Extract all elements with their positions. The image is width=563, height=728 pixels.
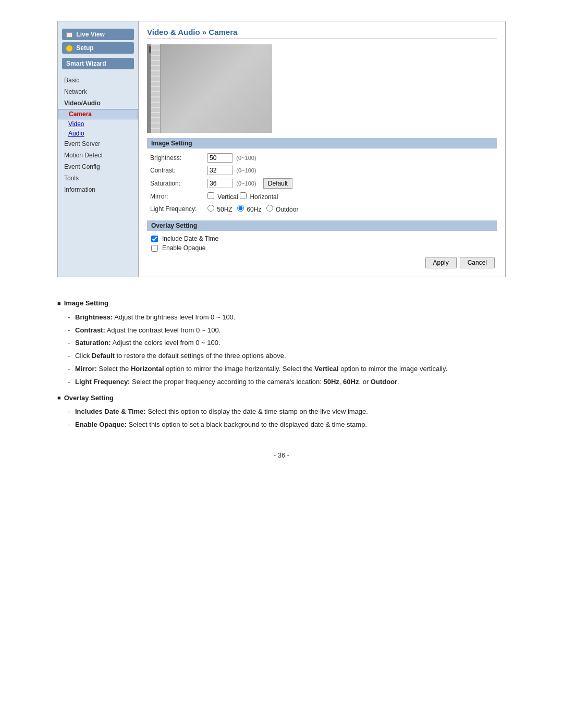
freq-label: Light Frequency: xyxy=(147,203,204,215)
camera-background xyxy=(161,44,272,133)
sidebar-item-video[interactable]: Video xyxy=(58,119,138,129)
sidebar-item-motiondetect[interactable]: Motion Detect xyxy=(58,150,138,161)
overlay-setting-header: Overlay Setting xyxy=(147,220,497,231)
doc-image-list: Brightness: Adjust the brightness level … xyxy=(57,312,506,388)
documentation-section: Image Setting Brightness: Adjust the bri… xyxy=(57,293,506,441)
doc-saturation: Saturation: Adjust the colors level from… xyxy=(68,338,506,349)
liveview-icon xyxy=(66,32,72,38)
sidebar-item-videoaudio[interactable]: Video/Audio xyxy=(58,97,138,109)
mirror-vertical-checkbox[interactable] xyxy=(207,192,214,199)
cancel-button[interactable]: Cancel xyxy=(460,257,495,268)
doc-image-setting-title: Image Setting xyxy=(57,298,506,309)
overlay-opaque-checkbox[interactable] xyxy=(151,245,158,252)
saturation-label: Saturation: xyxy=(147,177,204,190)
doc-overlay-setting-title: Overlay Setting xyxy=(57,393,506,404)
main-content: Video & Audio » Camera 2008/01/30 22:41:… xyxy=(139,21,505,277)
doc-includes-date-term: Includes Date & Time: xyxy=(75,408,146,415)
doc-freq-term: Light Frequency: xyxy=(75,378,130,386)
mirror-horizontal-label: Horizontal xyxy=(250,193,278,201)
default-button[interactable]: Default xyxy=(263,178,292,189)
overlay-datetime-label: Include Date & Time xyxy=(162,235,218,242)
doc-contrast-term: Contrast: xyxy=(75,326,105,334)
doc-contrast: Contrast: Adjust the contrast level from… xyxy=(68,325,506,336)
frequency-row: Light Frequency: 50HZ 60Hz Outdoor xyxy=(147,203,497,215)
contrast-range: (0~100) xyxy=(236,167,256,174)
sidebar-item-eventserver[interactable]: Event Server xyxy=(58,138,138,150)
freq-50hz-radio[interactable] xyxy=(207,205,214,212)
mirror-vertical-label: Vertical xyxy=(217,193,238,201)
image-setting-header: Image Setting xyxy=(147,138,497,149)
doc-brightness-term: Brightness: xyxy=(75,313,113,321)
doc-mirror-term: Mirror: xyxy=(75,365,97,373)
brightness-input[interactable] xyxy=(207,153,232,163)
action-row: Apply Cancel xyxy=(147,253,497,270)
sidebar-item-basic[interactable]: Basic xyxy=(58,75,138,86)
doc-default: Click Default to restore the default set… xyxy=(68,351,506,362)
doc-includes-date: Includes Date & Time: Select this option… xyxy=(68,406,506,417)
doc-saturation-term: Saturation: xyxy=(75,339,111,347)
contrast-input[interactable] xyxy=(207,166,232,175)
sidebar-item-audio[interactable]: Audio xyxy=(58,129,138,138)
sidebar-item-network[interactable]: Network xyxy=(58,86,138,97)
doc-enable-opaque-desc: Select this option to set a black backgr… xyxy=(129,421,367,428)
sidebar: Live View Setup Smart Wizard Basic Netwo… xyxy=(58,21,139,277)
sidebar-item-camera[interactable]: Camera xyxy=(58,109,138,119)
contrast-row: Contrast: (0~100) xyxy=(147,164,497,177)
setup-button[interactable]: Setup xyxy=(62,42,134,54)
sidebar-item-eventconfig[interactable]: Event Config xyxy=(58,161,138,172)
brightness-row: Brightness: (0~100) xyxy=(147,152,497,164)
doc-enable-opaque: Enable Opaque: Select this option to set… xyxy=(68,419,506,430)
ui-panel: Live View Setup Smart Wizard Basic Netwo… xyxy=(57,21,506,277)
doc-mirror: Mirror: Select the Horizontal option to … xyxy=(68,364,506,375)
freq-outdoor-label: Outdoor xyxy=(276,206,298,213)
overlay-datetime-row: Include Date & Time xyxy=(147,234,497,243)
setup-icon xyxy=(66,45,72,52)
saturation-range: (0~100) xyxy=(236,180,256,187)
liveview-button[interactable]: Live View xyxy=(62,29,134,40)
doc-brightness: Brightness: Adjust the brightness level … xyxy=(68,312,506,323)
sidebar-item-information[interactable]: Information xyxy=(58,184,138,195)
mirror-label: Mirror: xyxy=(147,190,204,203)
doc-frequency: Light Frequency: Select the proper frequ… xyxy=(68,377,506,388)
overlay-section: Overlay Setting Include Date & Time Enab… xyxy=(147,220,497,253)
doc-brightness-desc: Adjust the brightness level from 0 ~ 100… xyxy=(114,313,235,321)
image-settings-table: Brightness: (0~100) Contrast: (0~100) Sa… xyxy=(147,152,497,215)
freq-60hz-label: 60Hz xyxy=(247,206,261,213)
smartwizard-button[interactable]: Smart Wizard xyxy=(62,58,134,69)
apply-button[interactable]: Apply xyxy=(425,257,457,268)
doc-includes-date-desc: Select this option to display the date &… xyxy=(148,408,368,415)
sidebar-item-tools[interactable]: Tools xyxy=(58,172,138,184)
saturation-row: Saturation: (0~100) Default xyxy=(147,177,497,190)
page-number: - 36 - xyxy=(57,451,506,459)
freq-60hz-radio[interactable] xyxy=(237,205,244,212)
mirror-horizontal-checkbox[interactable] xyxy=(240,192,247,199)
overlay-datetime-checkbox[interactable] xyxy=(151,236,158,242)
doc-saturation-desc: Adjust the colors level from 0 ~ 100. xyxy=(113,339,221,347)
brightness-label: Brightness: xyxy=(147,152,204,164)
freq-50hz-label: 50HZ xyxy=(217,206,232,213)
doc-overlay-list: Includes Date & Time: Select this option… xyxy=(57,406,506,430)
brightness-range: (0~100) xyxy=(236,155,256,161)
freq-outdoor-radio[interactable] xyxy=(266,205,273,212)
saturation-input[interactable] xyxy=(207,179,232,188)
doc-default-desc: Click Default to restore the default set… xyxy=(75,352,286,360)
doc-enable-opaque-term: Enable Opaque: xyxy=(75,421,127,428)
mirror-row: Mirror: Vertical Horizontal xyxy=(147,190,497,203)
camera-ruler xyxy=(151,44,161,133)
page-title: Video & Audio » Camera xyxy=(147,28,497,39)
overlay-opaque-row: Enable Opaque xyxy=(147,243,497,253)
overlay-opaque-label: Enable Opaque xyxy=(162,244,205,252)
doc-contrast-desc: Adjust the contrast level from 0 ~ 100. xyxy=(107,326,221,334)
contrast-label: Contrast: xyxy=(147,164,204,177)
camera-preview: 2008/01/30 22:41:4 xyxy=(147,44,272,133)
